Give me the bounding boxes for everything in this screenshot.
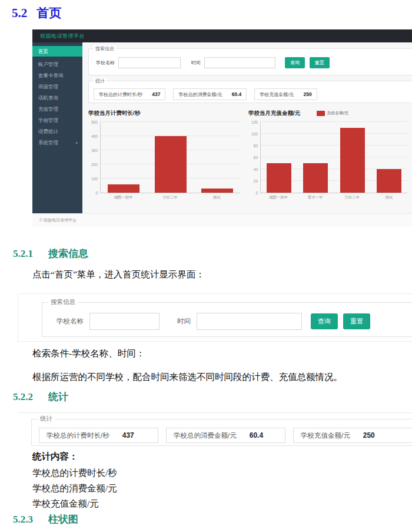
sidebar-item-label: 班级管理 xyxy=(38,81,58,92)
x-tick-label: 育才一中 xyxy=(308,195,323,200)
billing-duration-chart: 学校当月计费时长/秒 0100200300400500 城西一附中万松二中测试 xyxy=(88,109,240,200)
charts-row: 学校当月计费时长/秒 0100200300400500 城西一附中万松二中测试 … xyxy=(88,109,412,200)
gridline xyxy=(261,157,407,157)
plot-area xyxy=(260,122,407,193)
stat-label: 学校总的计费时长/秒 xyxy=(46,431,109,440)
stats-content-line: 学校总的消费金额/元 xyxy=(32,481,117,496)
stats-content-title: 统计内容： xyxy=(32,451,78,463)
sidebar-menu: 首页账户管理套餐卡查询班级管理话机查询充值管理学校管理话费统计系统管理▾ xyxy=(32,42,82,213)
stats-panel: 统计 学校总的计费时长/秒437学校总的消费金额/元60.4学校充值金额/元25… xyxy=(88,81,412,103)
sidebar-item[interactable]: 话费统计 xyxy=(32,126,82,137)
sidebar-item[interactable]: 话机查询 xyxy=(32,92,82,104)
time-input[interactable] xyxy=(197,313,302,330)
y-tick-label: 40 xyxy=(254,167,258,171)
stat-label: 学校总的消费金额/元 xyxy=(178,91,222,98)
sidebar-item[interactable]: 账户管理 xyxy=(32,59,82,70)
reset-button[interactable]: 重置 xyxy=(343,313,370,329)
stat-label: 学校总的计费时长/秒 xyxy=(99,91,142,98)
stat-value: 437 xyxy=(152,91,160,97)
x-axis-labels: 城西一附中育才一中万松二中测试 xyxy=(260,193,407,200)
sidebar-item[interactable]: 充值管理 xyxy=(32,104,82,115)
sidebar-item[interactable]: 系统管理▾ xyxy=(32,137,82,148)
bar xyxy=(201,189,233,193)
stat-value: 437 xyxy=(122,431,134,440)
app-topbar: 校园电话管理平台 xyxy=(32,29,412,42)
stats-fieldset: 统计 学校总的计费时长/秒437学校总的消费金额/元60.4学校充值金额/元25… xyxy=(31,419,412,446)
gridline xyxy=(101,121,240,122)
stats-panel-legend: 统计 xyxy=(94,78,107,84)
stat-value: 250 xyxy=(363,431,375,440)
heading-number: 5.2.1 xyxy=(13,248,33,259)
x-tick-label: 万松二中 xyxy=(344,195,360,200)
stat-box: 学校总的消费金额/元60.4 xyxy=(166,428,285,443)
chevron-down-icon: ▾ xyxy=(75,137,78,148)
school-name-input[interactable] xyxy=(118,57,181,68)
bar xyxy=(108,184,139,193)
sidebar-item[interactable]: 首页 xyxy=(32,46,82,57)
heading-number: 5.2.2 xyxy=(13,391,33,402)
dashboard-screenshot: 校园电话管理平台 首页账户管理套餐卡查询班级管理话机查询充值管理学校管理话费统计… xyxy=(32,29,412,227)
stats-row: 学校总的计费时长/秒437学校总的消费金额/元60.4学校充值金额/元250 xyxy=(89,88,412,100)
chart-title: 学校当月充值金额/元 xyxy=(248,110,300,117)
heading-number: 5.2 xyxy=(12,6,27,20)
bar xyxy=(155,136,187,193)
y-tick-label: 20 xyxy=(254,179,258,183)
heading-5-2-3: 5.2.3柱状图 xyxy=(13,513,78,526)
bar xyxy=(267,163,291,193)
heading-title: 首页 xyxy=(36,6,61,19)
x-axis-labels: 城西一附中万松二中测试 xyxy=(100,193,240,200)
y-axis: 020406080100120 xyxy=(248,122,260,193)
paragraph-search-condition: 检索条件-学校名称、时间： xyxy=(32,348,145,360)
heading-5-2-2: 5.2.2统计 xyxy=(13,390,68,404)
stat-box: 学校总的计费时长/秒437 xyxy=(94,88,165,100)
y-tick-label: 100 xyxy=(251,132,258,136)
document-page: 5.2首页 校园电话管理平台 首页账户管理套餐卡查询班级管理话机查询充值管理学校… xyxy=(0,0,412,532)
bar xyxy=(303,163,328,193)
legend-swatch-icon xyxy=(317,111,325,116)
chart-title: 学校当月计费时长/秒 xyxy=(88,110,140,117)
bar xyxy=(340,128,365,193)
sidebar-item[interactable]: 套餐卡查询 xyxy=(32,70,82,81)
plot-area xyxy=(100,122,240,193)
heading-title: 柱状图 xyxy=(48,514,78,525)
stat-box: 学校总的计费时长/秒437 xyxy=(39,428,158,443)
y-tick-label: 100 xyxy=(91,177,98,181)
y-tick-label: 80 xyxy=(254,144,258,148)
school-name-input[interactable] xyxy=(89,313,160,330)
sidebar-item-label: 系统管理 xyxy=(38,137,58,148)
stat-box: 学校充值金额/元250 xyxy=(293,428,412,443)
y-tick-label: 60 xyxy=(254,156,258,160)
time-input[interactable] xyxy=(204,57,275,68)
sidebar-item[interactable]: 班级管理 xyxy=(32,81,82,92)
sidebar-item[interactable]: 学校管理 xyxy=(32,115,82,126)
y-tick-label: 0 xyxy=(95,191,98,195)
paragraph-filter-desc: 根据所运营的不同学校，配合时间来筛选不同时间段的计费、充值总额情况。 xyxy=(32,371,343,384)
search-fieldset: 搜索信息 学校名称 时间 查询 重置 xyxy=(42,302,412,337)
heading-title: 搜索信息 xyxy=(48,248,88,259)
sidebar-item-label: 账户管理 xyxy=(38,59,58,70)
sidebar-item-label: 充值管理 xyxy=(38,104,58,115)
query-button[interactable]: 查询 xyxy=(285,57,305,68)
time-label: 时间 xyxy=(191,60,201,66)
stat-label: 学校充值金额/元 xyxy=(260,91,294,98)
y-tick-label: 0 xyxy=(255,191,258,195)
stat-value: 250 xyxy=(303,91,311,97)
paragraph-click-home: 点击“首页”菜单，进入首页统计显示界面： xyxy=(32,269,205,281)
bar xyxy=(377,169,401,193)
x-tick-label: 城西一附中 xyxy=(269,195,288,200)
time-label: 时间 xyxy=(177,317,191,326)
query-button[interactable]: 查询 xyxy=(311,313,338,329)
reset-button[interactable]: 重置 xyxy=(310,57,330,68)
gridline xyxy=(261,133,407,134)
gridline xyxy=(261,121,407,122)
stat-box: 学校总的消费金额/元60.4 xyxy=(173,88,247,100)
stats-row: 学校总的计费时长/秒437学校总的消费金额/元60.4学校充值金额/元250 xyxy=(32,428,412,443)
stat-value: 60.4 xyxy=(250,431,263,440)
app-brand: 校园电话管理平台 xyxy=(40,32,85,40)
sidebar-item-label: 学校管理 xyxy=(38,115,58,126)
y-axis: 0100200300400500 xyxy=(88,122,100,193)
stats-fieldset-legend: 统计 xyxy=(38,415,55,423)
search-form-screenshot: 搜索信息 学校名称 时间 查询 重置 xyxy=(18,293,412,342)
heading-number: 5.2.3 xyxy=(13,514,33,525)
y-tick-label: 500 xyxy=(91,120,98,124)
